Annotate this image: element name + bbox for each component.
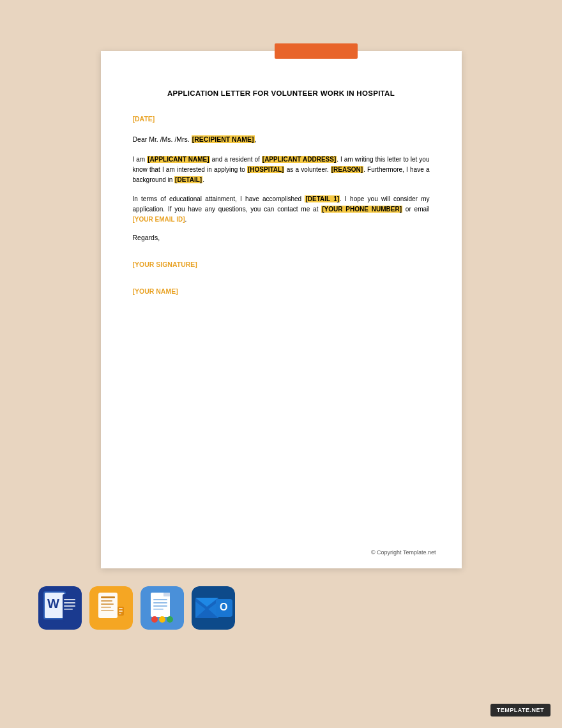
hospital-placeholder: [HOSPITAL]	[247, 166, 284, 173]
email-placeholder: [YOUR EMAIL ID]	[133, 216, 185, 223]
gdocs-icon[interactable]	[140, 586, 184, 630]
date-line: [DATE]	[133, 115, 430, 123]
pages-icon[interactable]	[89, 586, 133, 630]
name-line: [YOUR NAME]	[133, 287, 430, 295]
svg-rect-6	[64, 602, 75, 603]
signature-placeholder: [YOUR SIGNATURE]	[133, 261, 197, 268]
paragraph-1: I am [APPLICANT NAME] and a resident of …	[133, 155, 430, 185]
outlook-icon-svg: O	[192, 586, 235, 630]
recipient-placeholder: [RECIPIENT NAME]	[192, 135, 255, 143]
p2-text1: In terms of educational attainment, I ha…	[133, 195, 305, 202]
svg-rect-27	[153, 609, 163, 610]
copyright-line: © Copyright Template.net	[371, 549, 436, 556]
svg-rect-7	[64, 605, 75, 607]
word-icon-svg: W	[38, 586, 82, 630]
svg-rect-26	[153, 605, 167, 607]
svg-rect-14	[101, 607, 111, 608]
date-placeholder: [DATE]	[133, 115, 155, 123]
outlook-icon[interactable]: O	[192, 586, 235, 630]
name-placeholder: [YOUR NAME]	[133, 287, 178, 295]
applicant-name-placeholder: [APPLICANT NAME]	[147, 156, 209, 163]
p1-text2: and a resident of	[210, 156, 262, 163]
document-title: APPLICATION LETTER FOR VOLUNTEER WORK IN…	[133, 89, 430, 97]
pages-icon-svg	[89, 586, 133, 630]
svg-text:W: W	[47, 596, 59, 610]
svg-point-30	[167, 616, 173, 623]
svg-rect-5	[64, 599, 75, 600]
phone-placeholder: [YOUR PHONE NUMBER]	[321, 206, 402, 213]
svg-rect-12	[101, 600, 112, 602]
p2-end: .	[185, 216, 187, 223]
detail1-placeholder: [DETAIL 1]	[305, 195, 340, 202]
svg-rect-8	[64, 609, 73, 610]
page-wrapper: APPLICATION LETTER FOR VOLUNTEER WORK IN…	[0, 0, 562, 655]
detail-placeholder: [DETAIL]	[174, 176, 202, 183]
svg-point-28	[151, 616, 158, 623]
svg-rect-18	[119, 610, 123, 612]
applicant-address-placeholder: [APPLICANT ADDRESS]	[262, 156, 337, 163]
app-icons-row: W	[38, 586, 235, 630]
svg-rect-11	[101, 596, 115, 598]
svg-rect-13	[101, 603, 114, 605]
svg-rect-24	[153, 599, 167, 600]
document: APPLICATION LETTER FOR VOLUNTEER WORK IN…	[101, 51, 462, 568]
svg-rect-23	[163, 593, 170, 596]
p1-text4: as a volunteer.	[284, 166, 330, 173]
paragraph-2: In terms of educational attainment, I ha…	[133, 194, 430, 225]
svg-rect-15	[101, 610, 114, 611]
signature-line: [YOUR SIGNATURE]	[133, 261, 430, 268]
p1-end: .	[202, 176, 204, 183]
svg-rect-4	[63, 594, 77, 622]
p2-text3: or email	[402, 206, 430, 213]
svg-text:O: O	[220, 602, 227, 612]
gdocs-icon-svg	[140, 586, 184, 630]
svg-rect-17	[119, 608, 123, 609]
svg-rect-19	[119, 613, 121, 614]
reason-placeholder: [REASON]	[331, 166, 363, 173]
salutation-line: Dear Mr. /Ms. /Mrs. [RECIPIENT NAME],	[133, 135, 430, 143]
regards-text: Regards,	[133, 234, 160, 241]
orange-tab	[275, 43, 358, 59]
svg-point-29	[159, 616, 165, 623]
salutation-text: Dear Mr. /Ms. /Mrs.	[133, 135, 190, 143]
regards-line: Regards,	[133, 234, 430, 241]
svg-rect-25	[153, 602, 167, 603]
p1-text1: I am	[133, 156, 148, 163]
document-content: APPLICATION LETTER FOR VOLUNTEER WORK IN…	[101, 51, 462, 327]
word-icon[interactable]: W	[38, 586, 82, 630]
template-net-badge: TEMPLATE.NET	[490, 704, 551, 717]
